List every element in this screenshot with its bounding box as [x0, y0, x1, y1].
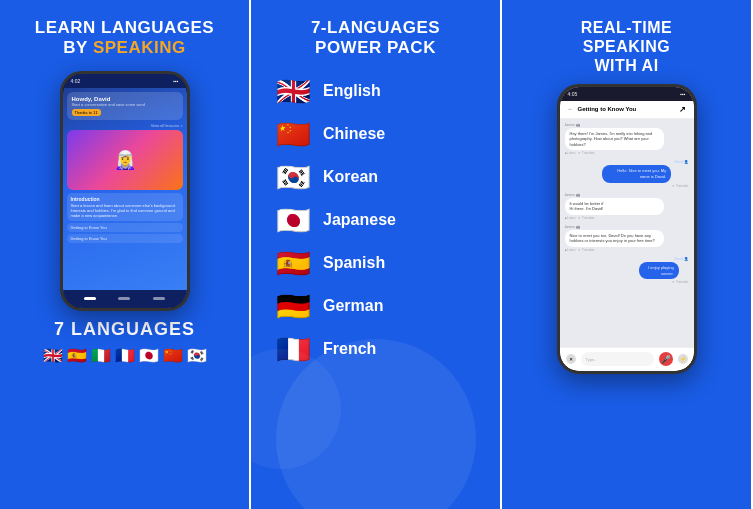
phone-nav-search: [118, 297, 130, 300]
lang-name-german: German: [323, 297, 383, 315]
phone-nav-home: [84, 297, 96, 300]
chat-sender-james-1: James 🤖: [565, 123, 689, 127]
lang-name-korean: Korean: [323, 168, 378, 186]
listen-action-2: ▶ Listen: [565, 216, 576, 220]
flag-es: 🇪🇸: [67, 346, 87, 365]
input-placeholder: Type...: [586, 357, 598, 362]
flag-en: 🇬🇧: [43, 346, 63, 365]
phone-lesson-sub2: Getting to Know You: [67, 234, 183, 243]
phone-view-all: View all lessons >: [67, 123, 183, 128]
phone-lesson-info: Introduction Start a lesson and learn ab…: [67, 193, 183, 221]
chat-msg-david-2: I enjoy playing soccer.: [639, 262, 678, 279]
lang-name-english: English: [323, 82, 381, 100]
phone-signal-1: ▪▪▪: [173, 78, 178, 84]
lightning-icon[interactable]: ⚡: [678, 354, 688, 364]
translate-action-5: ⟳ Translate: [672, 280, 688, 284]
panel3-line2: SPEAKING: [583, 38, 671, 55]
chat-msg-wrapper-4: James 🤖 Nice to meet you too, David! Do …: [565, 225, 689, 252]
language-item-german: 🇩🇪 German: [275, 290, 476, 323]
panel3-line1: REAL-TIME: [581, 19, 673, 36]
panel1-headline-by: BY: [63, 38, 87, 57]
phone-bonus-badge: Thanks to 11: [72, 109, 101, 116]
flag-korean: 🇰🇷: [275, 161, 311, 194]
language-item-spanish: 🇪🇸 Spanish: [275, 247, 476, 280]
language-list: 🇬🇧 English 🇨🇳 Chinese 🇰🇷 Korean 🇯🇵 Japan…: [265, 75, 486, 366]
phone-status-bar-1: 4:02 ▪▪▪: [63, 74, 187, 88]
lang-name-chinese: Chinese: [323, 125, 385, 143]
panel2-headline-line2: POWER PACK: [315, 38, 436, 57]
panel-learn-languages: LEARN LANGUAGES BY SPEAKING 4:02 ▪▪▪ How…: [0, 0, 251, 509]
flag-japanese: 🇯🇵: [275, 204, 311, 237]
panel1-subtitle: 7 LANGUAGES: [54, 319, 195, 340]
phone-greeting: Howdy, David Start a conversation and sa…: [67, 92, 183, 120]
flag-cn: 🇨🇳: [163, 346, 183, 365]
translate-action-2: ⟳ Translate: [672, 184, 688, 188]
panel2-headline: 7-LANGUAGES POWER PACK: [311, 18, 440, 59]
chat-actions-5: ⟳ Translate: [639, 280, 688, 284]
panel3-headline: REAL-TIME SPEAKING WITH AI: [581, 18, 673, 76]
chat-text-input[interactable]: Type...: [581, 352, 654, 366]
panel2-headline-line1: 7-LANGUAGES: [311, 18, 440, 37]
listen-action: ▶ Listen: [565, 151, 576, 155]
flag-kr: 🇰🇷: [187, 346, 207, 365]
phone-lesson-desc: Start a lesson and learn about someone e…: [71, 203, 179, 218]
chat-sender-david-1: David 👤: [602, 160, 688, 164]
chat-actions-1: ▶ Listen ⟳ Translate: [565, 151, 689, 155]
phone-mockup-1: 4:02 ▪▪▪ Howdy, David Start a conversati…: [60, 71, 190, 311]
chat-time: 4:05: [568, 91, 578, 97]
panel3-line3: WITH AI: [594, 57, 658, 74]
chat-msg-james-3: Nice to meet you too, David! Do you have…: [565, 230, 664, 247]
phone-mockup-chat: 4:05 ▪▪▪ ← Getting to Know You ↗ James 🤖…: [557, 84, 697, 374]
phone-content-1: Howdy, David Start a conversation and sa…: [63, 88, 187, 290]
lang-name-spanish: Spanish: [323, 254, 385, 272]
chat-msg-wrapper-5: David 👤 I enjoy playing soccer. ⟳ Transl…: [639, 257, 688, 284]
translate-action-4: ⟳ Translate: [578, 248, 594, 252]
chat-msg-wrapper-2: David 👤 Hello. Nice to meet you. My name…: [602, 160, 688, 187]
phone-greeting-sub: Start a conversation and save some word: [72, 102, 178, 107]
translate-action: ⟳ Translate: [578, 151, 594, 155]
panel-power-pack: 7-LANGUAGES POWER PACK 🇬🇧 English 🇨🇳 Chi…: [251, 0, 502, 509]
back-arrow-icon: ←: [568, 106, 574, 112]
lang-name-japanese: Japanese: [323, 211, 396, 229]
chat-signal: ▪▪▪: [680, 91, 685, 97]
chat-input-bar: ✕ Type... 🎤 ⚡: [560, 347, 694, 371]
language-item-chinese: 🇨🇳 Chinese: [275, 118, 476, 151]
language-item-english: 🇬🇧 English: [275, 75, 476, 108]
language-item-japanese: 🇯🇵 Japanese: [275, 204, 476, 237]
chat-sender-james-3: James 🤖: [565, 225, 689, 229]
chat-title: Getting to Know You: [578, 106, 637, 112]
chat-messages: James 🤖 Hey there! I'm James. I'm really…: [560, 119, 694, 347]
panel1-headline: LEARN LANGUAGES BY SPEAKING: [35, 18, 214, 59]
language-item-korean: 🇰🇷 Korean: [275, 161, 476, 194]
flag-jp: 🇯🇵: [139, 346, 159, 365]
flag-english: 🇬🇧: [275, 75, 311, 108]
chat-msg-james-1: Hey there! I'm James. I'm really into hi…: [565, 128, 664, 151]
phone-nav-profile: [153, 297, 165, 300]
chat-msg-david-1: Hello. Nice to meet you. My name is Davi…: [602, 165, 671, 182]
mic-button[interactable]: 🎤: [659, 352, 673, 366]
close-icon[interactable]: ✕: [566, 354, 576, 364]
chat-msg-james-2: It would be better ifHi there. I'm David…: [565, 198, 664, 215]
phone-lesson-title: Introduction: [71, 196, 179, 202]
listen-action-3: ▶ Listen: [565, 248, 576, 252]
flag-it: 🇮🇹: [91, 346, 111, 365]
chat-status-bar: 4:05 ▪▪▪: [560, 87, 694, 101]
phone-lesson-image: 🧝‍♀️: [67, 130, 183, 190]
chat-actions-3: ▶ Listen ⟳ Translate: [565, 216, 689, 220]
translate-action-3: ⟳ Translate: [578, 216, 594, 220]
chat-screen: 4:05 ▪▪▪ ← Getting to Know You ↗ James 🤖…: [560, 87, 694, 371]
panel1-flag-row: 🇬🇧 🇪🇸 🇮🇹 🇫🇷 🇯🇵 🇨🇳 🇰🇷: [43, 346, 207, 365]
panel1-headline-speaking: SPEAKING: [93, 38, 186, 57]
chat-sender-james-2: James 🤖: [565, 193, 689, 197]
phone-screen-1: 4:02 ▪▪▪ Howdy, David Start a conversati…: [63, 74, 187, 308]
flag-fr: 🇫🇷: [115, 346, 135, 365]
chat-msg-wrapper-3: James 🤖 It would be better ifHi there. I…: [565, 193, 689, 220]
chat-actions-2: ⟳ Translate: [602, 184, 688, 188]
phone-bottom-nav-1: [63, 290, 187, 308]
chat-sender-david-2: David 👤: [639, 257, 688, 261]
panel-realtime-ai: REAL-TIME SPEAKING WITH AI 4:05 ▪▪▪ ← Ge…: [502, 0, 753, 509]
chat-msg-wrapper-1: James 🤖 Hey there! I'm James. I'm really…: [565, 123, 689, 156]
flag-spanish: 🇪🇸: [275, 247, 311, 280]
flag-german: 🇩🇪: [275, 290, 311, 323]
chat-actions-4: ▶ Listen ⟳ Translate: [565, 248, 689, 252]
